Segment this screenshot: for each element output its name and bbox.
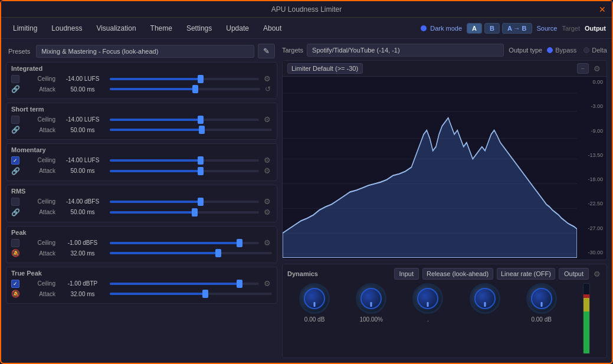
output-button[interactable]: Output — [585, 25, 606, 32]
ab-button-ab[interactable]: A → B — [502, 23, 532, 34]
integrated-ceiling-gear[interactable]: ⚙ — [263, 74, 272, 83]
integrated-attack-slider[interactable] — [110, 88, 260, 90]
bypass-radio[interactable]: Bypass — [547, 47, 576, 54]
input-button[interactable]: Input — [394, 268, 419, 280]
peak-ceiling-checkbox[interactable] — [11, 239, 19, 247]
preset-select[interactable]: Mixing & Mastering - Focus (look-ahead) — [36, 45, 254, 58]
true-peak-ceiling-slider[interactable] — [110, 283, 259, 285]
momentary-section: Momentary Ceiling -14.00 LUFS ⚙ 🔗 Attack… — [6, 143, 277, 181]
chart-settings-gear[interactable]: ⚙ — [592, 64, 602, 73]
peak-ceiling-slider[interactable] — [110, 242, 259, 244]
short-term-attack-link-icon[interactable]: 🔗 — [11, 126, 19, 134]
integrated-ceiling-slider[interactable] — [110, 78, 259, 80]
momentary-ceiling-gear[interactable]: ⚙ — [263, 156, 272, 165]
left-panel: Presets Mixing & Mastering - Focus (look… — [6, 44, 277, 358]
knob-makeup-control[interactable] — [470, 283, 500, 314]
preset-edit-button[interactable]: ✎ — [258, 44, 275, 58]
knob-input-indicator — [314, 302, 316, 307]
knob-input: 0.00 dB — [299, 283, 330, 323]
output-type-radio-group: Bypass Delta — [547, 47, 607, 54]
short-term-ceiling-slider[interactable] — [110, 119, 259, 121]
top-right-row: Targets Spotify/Tidal/YouTube (-14, -1) … — [282, 44, 607, 57]
integrated-ceiling-value: -14.00 LUFS — [59, 76, 106, 82]
knob-output-value: 0.00 dB — [531, 316, 551, 323]
short-term-ceiling-checkbox[interactable] — [11, 116, 19, 124]
momentary-attack-gear[interactable]: ⚙ — [263, 166, 272, 175]
true-peak-ceiling-row: Ceiling -1.00 dBTP ⚙ — [11, 279, 272, 288]
main-content: Presets Mixing & Mastering - Focus (look… — [1, 39, 612, 363]
peak-attack-link-icon[interactable]: 🔕 — [11, 249, 19, 257]
dynamics-header: Dynamics Input Release (look-ahead) Line… — [287, 268, 602, 280]
momentary-attack-link-icon[interactable]: 🔗 — [11, 167, 19, 175]
rms-attack-link-icon[interactable]: 🔗 — [11, 208, 19, 217]
short-term-attack-slider[interactable] — [110, 129, 272, 131]
menu-loudness[interactable]: Loudness — [45, 22, 88, 35]
linear-select[interactable]: Linear rate (OFF) — [497, 268, 555, 280]
knob-makeup — [470, 283, 500, 316]
integrated-attack-link-icon[interactable]: 🔗 — [11, 85, 19, 93]
momentary-ceiling-slider[interactable] — [110, 159, 259, 162]
knob-release-control[interactable] — [356, 283, 386, 314]
knob-output-inner — [531, 288, 552, 309]
target-button[interactable]: Target — [562, 25, 580, 32]
true-peak-ceiling-checkbox[interactable] — [11, 280, 19, 288]
rms-ceiling-gear[interactable]: ⚙ — [263, 197, 272, 206]
source-button[interactable]: Source — [537, 25, 558, 32]
y-label-5: -22.50 — [581, 201, 603, 206]
short-term-ceiling-label: Ceiling — [23, 116, 55, 123]
menu-about[interactable]: About — [257, 22, 287, 35]
output-button[interactable]: Output — [559, 268, 589, 280]
ab-buttons: A B A → B — [467, 23, 532, 34]
integrated-ceiling-checkbox[interactable] — [11, 75, 19, 83]
peak-ceiling-gear[interactable]: ⚙ — [263, 238, 272, 247]
true-peak-attack-slider[interactable] — [110, 293, 272, 295]
knob-output: 0.00 dB — [526, 283, 557, 323]
ab-button-a[interactable]: A — [467, 23, 482, 34]
menu-theme[interactable]: Theme — [145, 22, 178, 35]
knob-input-value: 0.00 dB — [304, 316, 324, 323]
rms-attack-gear[interactable]: ⚙ — [263, 208, 272, 217]
true-peak-ceiling-gear[interactable]: ⚙ — [263, 279, 272, 288]
dynamics-gear[interactable]: ⚙ — [592, 270, 602, 278]
integrated-section: Integrated Ceiling -14.00 LUFS ⚙ 🔗 Attac… — [6, 62, 277, 99]
ab-button-b[interactable]: B — [484, 23, 500, 34]
true-peak-attack-link-icon[interactable]: 🔕 — [11, 290, 19, 298]
true-peak-section: True Peak Ceiling -1.00 dBTP ⚙ 🔕 Attack … — [6, 267, 277, 304]
vertical-meter — [583, 283, 590, 354]
short-term-title: Short term — [11, 106, 272, 113]
short-term-ceiling-gear[interactable]: ⚙ — [263, 115, 272, 124]
presets-section: Presets Mixing & Mastering - Focus (look… — [6, 44, 277, 58]
target-select[interactable]: Spotify/Tidal/YouTube (-14, -1) — [307, 44, 504, 57]
peak-section: Peak Ceiling -1.00 dBFS ⚙ 🔕 Attack 32.00… — [6, 226, 277, 263]
release-select[interactable]: Release (look-ahead) — [422, 268, 493, 280]
delta-radio-dot — [584, 47, 589, 53]
knobs-row: 0.00 dB 100.00% — [287, 283, 602, 354]
chart-minus-button[interactable]: − — [577, 63, 589, 74]
peak-attack-slider[interactable] — [110, 252, 272, 254]
rms-attack-slider[interactable] — [110, 211, 259, 214]
momentary-attack-slider[interactable] — [110, 170, 259, 172]
rms-ceiling-checkbox[interactable] — [11, 198, 19, 206]
short-term-ceiling-row: Ceiling -14.00 LUFS ⚙ — [11, 115, 272, 124]
momentary-ceiling-checkbox[interactable] — [11, 156, 19, 165]
dark-mode-toggle[interactable]: Dark mode — [421, 25, 462, 32]
knob-output-control[interactable] — [526, 283, 557, 314]
knob-release-value: 100.00% — [359, 316, 382, 323]
momentary-title: Momentary — [11, 146, 272, 153]
rms-ceiling-slider[interactable] — [110, 201, 259, 203]
integrated-attack-refresh[interactable]: ↺ — [264, 85, 272, 93]
menu-limiting[interactable]: Limiting — [7, 22, 43, 35]
short-term-ceiling-value: -14.00 LUFS — [59, 116, 106, 123]
knob-input-control[interactable] — [299, 283, 330, 314]
menu-visualization[interactable]: Visualization — [90, 22, 142, 35]
delta-radio[interactable]: Delta — [584, 47, 607, 54]
source-target-output: Source Target Output — [537, 25, 606, 32]
menu-settings[interactable]: Settings — [181, 22, 218, 35]
close-button[interactable]: ✕ — [599, 5, 606, 14]
chart-limiter-select[interactable]: Limiter Default (>= -30) — [287, 63, 363, 74]
window-title: APU Loudness Limiter — [271, 5, 342, 14]
menu-update[interactable]: Update — [220, 22, 255, 35]
chart-svg — [283, 77, 577, 258]
knob-compression-control[interactable] — [412, 283, 443, 314]
knob-release-inner — [360, 288, 382, 309]
